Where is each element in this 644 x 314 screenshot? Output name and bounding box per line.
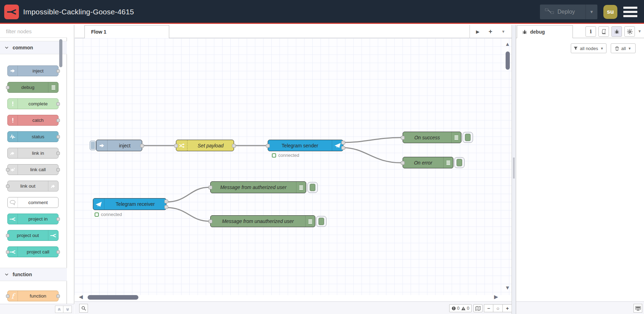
input-port[interactable] <box>266 144 270 148</box>
error-warning-counts[interactable]: 0 0 <box>449 304 472 312</box>
output-port[interactable] <box>56 168 60 172</box>
palette-search-input[interactable] <box>6 28 76 34</box>
vertical-scrollbar-thumb[interactable] <box>506 51 510 70</box>
deploy-button[interactable]: Deploy ▼ <box>540 5 597 19</box>
input-port[interactable] <box>6 294 9 298</box>
output-port[interactable] <box>56 119 60 122</box>
palette-node-link-call[interactable]: link call <box>7 164 59 175</box>
debug-toggle-button[interactable] <box>307 182 318 193</box>
palette-category-common[interactable]: common <box>0 41 67 54</box>
help-tab-button[interactable] <box>598 26 609 37</box>
output-port[interactable] <box>56 69 60 73</box>
flow-grid[interactable]: inject Set payload Telegram sender co <box>75 38 512 295</box>
config-tab-button[interactable] <box>624 26 635 37</box>
palette-scrollbar-thumb[interactable] <box>59 39 62 67</box>
deploy-options-caret[interactable]: ▼ <box>585 5 597 19</box>
input-port[interactable] <box>6 184 9 188</box>
resize-handle[interactable] <box>513 158 515 179</box>
debug-toggle-button[interactable] <box>463 132 473 143</box>
flow-list-caret[interactable]: ▼ <box>501 29 505 34</box>
exclamation-icon <box>8 115 18 125</box>
input-port[interactable] <box>6 86 9 89</box>
output-port[interactable] <box>232 144 236 148</box>
flow-node-msg-unauthorized[interactable]: Message from unautherized user <box>210 215 315 227</box>
output-port-success[interactable] <box>341 141 345 145</box>
output-port-authorized[interactable] <box>164 200 168 203</box>
tab-debug[interactable]: debug <box>517 25 573 38</box>
palette-node-debug[interactable]: debug <box>7 82 59 93</box>
tab-flow1[interactable]: Flow 1 <box>84 25 169 38</box>
search-flows-button[interactable] <box>79 304 88 313</box>
input-port[interactable] <box>401 161 405 165</box>
palette-node-complete[interactable]: complete <box>7 98 59 109</box>
palette-node-catch[interactable]: catch <box>7 115 59 126</box>
node-red-branch-icon <box>48 230 58 240</box>
output-port[interactable] <box>56 294 60 298</box>
scroll-up-arrow[interactable]: ▲ <box>505 41 510 47</box>
palette-node-project-out[interactable]: project out <box>7 230 59 241</box>
palette-node-link-out[interactable]: link out <box>7 181 59 191</box>
flow-node-on-success[interactable]: On success <box>403 132 461 143</box>
palette-node-comment[interactable]: comment <box>7 197 59 208</box>
open-debug-window-button[interactable] <box>633 304 642 313</box>
input-port[interactable] <box>174 144 178 148</box>
palette-node-link-in[interactable]: link in <box>7 148 59 159</box>
wire-sender-onerror[interactable] <box>343 148 401 163</box>
info-tab-button[interactable]: i <box>585 26 596 37</box>
flow-node-on-error[interactable]: On error <box>403 157 453 168</box>
palette-search[interactable] <box>0 25 67 38</box>
input-port[interactable] <box>6 250 9 254</box>
sidebar-resize-separator[interactable] <box>512 25 516 314</box>
zoom-in-button[interactable]: + <box>503 304 512 312</box>
flow-node-inject[interactable]: inject <box>96 140 142 151</box>
add-flow-button[interactable]: + <box>489 28 493 35</box>
output-port[interactable] <box>140 144 144 148</box>
output-port-unauthorized[interactable] <box>164 205 168 209</box>
user-avatar[interactable]: su <box>603 5 617 19</box>
palette-node-inject[interactable]: inject <box>7 65 59 76</box>
palette-node-function[interactable]: f function <box>7 291 59 301</box>
scroll-right-arrow[interactable]: ▶ <box>494 294 498 300</box>
palette-category-function[interactable]: function <box>0 268 67 281</box>
wire-receiver-unauthorized[interactable] <box>166 208 209 221</box>
wire-receiver-authorized[interactable] <box>166 187 209 202</box>
zoom-reset-button[interactable]: ○ <box>493 304 503 312</box>
palette-node-project-in[interactable]: project in <box>7 214 59 224</box>
output-port[interactable] <box>56 152 60 155</box>
flow-node-set-payload[interactable]: Set payload <box>176 140 234 151</box>
sidebar-tabs-caret[interactable]: ▼ <box>638 29 642 33</box>
flow-node-telegram-receiver[interactable]: Telegram receiver <box>93 198 166 210</box>
scroll-left-arrow[interactable]: ◀ <box>79 294 83 300</box>
debug-tab-button[interactable] <box>611 26 622 37</box>
output-port[interactable] <box>56 135 60 139</box>
input-port[interactable] <box>6 168 9 172</box>
debug-filter-button[interactable]: all nodes ▼ <box>571 43 607 53</box>
horizontal-scrollbar-thumb[interactable] <box>88 295 138 300</box>
input-port[interactable] <box>6 234 9 237</box>
output-port[interactable] <box>56 217 60 221</box>
debug-toggle-button[interactable] <box>454 157 465 168</box>
output-port[interactable] <box>56 250 60 254</box>
expand-all-button[interactable] <box>63 306 72 313</box>
wire-sender-onsuccess[interactable] <box>343 138 401 142</box>
debug-list-icon <box>451 132 461 143</box>
zoom-out-button[interactable]: − <box>484 304 493 312</box>
input-port[interactable] <box>401 136 405 140</box>
flow-node-telegram-sender[interactable]: Telegram sender <box>268 140 343 151</box>
run-flows-icon[interactable]: ▶ <box>476 29 480 34</box>
debug-clear-button[interactable]: all ▼ <box>611 43 636 53</box>
input-port[interactable] <box>208 219 212 223</box>
debug-messages-panel <box>516 56 644 301</box>
palette-node-project-call[interactable]: project call <box>7 246 59 257</box>
input-port[interactable] <box>208 186 212 189</box>
palette-node-status[interactable]: status <box>7 131 59 142</box>
inject-trigger-button[interactable] <box>90 141 96 150</box>
scroll-down-arrow[interactable]: ▼ <box>505 285 510 291</box>
debug-toggle-button[interactable] <box>316 216 327 227</box>
flow-node-msg-authorized[interactable]: Message from autherized user <box>210 181 306 193</box>
main-menu-button[interactable] <box>623 6 637 18</box>
collapse-all-button[interactable] <box>55 306 63 313</box>
output-port-error[interactable] <box>341 146 345 150</box>
output-port[interactable] <box>56 102 60 106</box>
navigator-button[interactable] <box>473 304 482 312</box>
